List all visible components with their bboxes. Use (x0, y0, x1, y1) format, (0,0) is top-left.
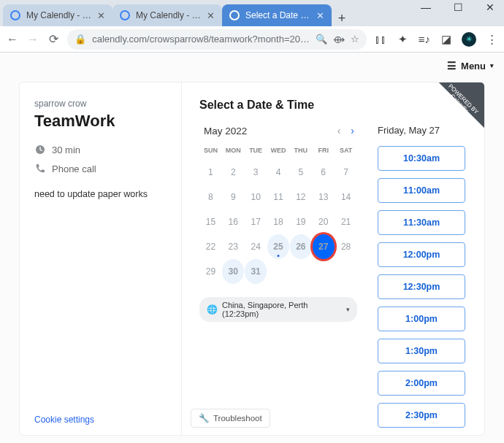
calendar-day: 1 (199, 160, 222, 185)
time-slot[interactable]: 1:00pm (378, 307, 465, 331)
extension-area: ⫿⫿ ✦ ≡♪ ◪ ✳ ⋮ (374, 32, 498, 47)
menu-label: Menu (461, 61, 486, 72)
close-tab-icon[interactable]: ✕ (97, 10, 105, 21)
calendar-day: 11 (267, 185, 290, 209)
dow-cell: MON (222, 144, 245, 160)
calendar-day: 19 (289, 209, 312, 234)
profile-avatar[interactable]: ✳ (462, 32, 476, 47)
address-bar[interactable]: 🔒 calendly.com/crowsparrow8/teamwork?mon… (67, 29, 367, 50)
time-slot[interactable]: 10:30am (378, 146, 465, 171)
kebab-menu-icon[interactable]: ⋮ (485, 33, 498, 46)
url-text: calendly.com/crowsparrow8/teamwork?month… (92, 34, 310, 45)
troubleshoot-button[interactable]: 🔧 Troubleshoot (191, 409, 270, 428)
clock-icon (34, 144, 46, 155)
zoom-icon[interactable]: 🔍 (316, 34, 327, 45)
event-title: TeamWork (34, 112, 167, 131)
duration-text: 30 min (52, 145, 80, 155)
calendar-day[interactable]: 31 (245, 259, 267, 284)
dow-cell: THU (289, 144, 312, 160)
minimize-button[interactable]: — (416, 1, 435, 13)
dow-cell: SUN (199, 144, 222, 160)
menu-button[interactable]: ☰ Menu ▾ (447, 60, 494, 72)
extensions-puzzle-icon[interactable]: ✦ (396, 33, 409, 46)
tab-title: My Calendly - Even (136, 10, 201, 20)
tab-title: Select a Date & Ti (245, 10, 310, 20)
calendar-day (267, 259, 290, 284)
duration-row: 30 min (34, 144, 167, 155)
calendar-day: 14 (335, 185, 357, 209)
time-slot[interactable]: 12:00pm (378, 242, 465, 267)
calendar-and-slots: May 2022 ‹ › SUNMONTUEWEDTHUFRISAT 12345… (199, 125, 470, 428)
calendar-day: 12 (289, 185, 312, 209)
calendar-day: 3 (245, 160, 267, 185)
caret-down-icon: ▾ (346, 306, 350, 313)
calendar-day: 7 (335, 160, 357, 185)
time-slot[interactable]: 11:00am (378, 178, 465, 203)
back-button[interactable]: ← (6, 33, 19, 46)
timezone-text: China, Singapore, Perth (12:23pm) (222, 301, 342, 318)
next-month-button[interactable]: › (351, 125, 354, 136)
time-slot[interactable]: 11:30am (378, 210, 465, 235)
extension-icon[interactable]: ⫿⫿ (374, 33, 387, 46)
calendar-day[interactable]: 26 (289, 234, 312, 259)
reading-list-icon[interactable]: ≡♪ (418, 33, 431, 46)
close-tab-icon[interactable]: ✕ (316, 10, 324, 21)
event-description: need to update paper works (34, 189, 167, 199)
troubleshoot-label: Troubleshoot (213, 414, 262, 423)
calendar-week: 15161718192021 (199, 209, 357, 234)
new-tab-button[interactable]: + (332, 11, 352, 26)
time-slot[interactable]: 2:00pm (378, 371, 465, 396)
forward-button[interactable]: → (26, 33, 39, 46)
tab-title: My Calendly - Edit (26, 10, 91, 20)
lock-icon: 🔒 (75, 34, 86, 45)
calendar: May 2022 ‹ › SUNMONTUEWEDTHUFRISAT 12345… (199, 125, 357, 428)
close-tab-icon[interactable]: ✕ (207, 10, 215, 21)
calendar-day: 21 (335, 209, 357, 234)
timezone-picker[interactable]: 🌐 China, Singapore, Perth (12:23pm) ▾ (199, 297, 357, 322)
maximize-button[interactable]: ☐ (448, 1, 467, 13)
time-slot[interactable]: 2:30pm (378, 403, 465, 428)
calendar-day[interactable]: 27 (312, 234, 335, 259)
calendar-day: 20 (312, 209, 335, 234)
calendar-day (289, 259, 312, 284)
dow-cell: SAT (335, 144, 357, 160)
calendar-day: 10 (245, 185, 267, 209)
calendar-week: 891011121314 (199, 185, 357, 209)
time-slot[interactable]: 12:30pm (378, 274, 465, 299)
globe-icon: 🌐 (207, 304, 218, 315)
calendar-day[interactable]: 25 (267, 234, 290, 259)
time-slots-list[interactable]: 10:30am11:00am11:30am12:00pm12:30pm1:00p… (378, 146, 470, 428)
location-row: Phone call (34, 163, 167, 174)
event-details-panel: sparrow crow TeamWork 30 min Phone call … (20, 82, 182, 435)
calendly-favicon-icon (229, 10, 240, 20)
calendar-day: 13 (312, 185, 335, 209)
calendar-day[interactable]: 30 (222, 259, 245, 284)
time-slots-column: Friday, May 27 10:30am11:00am11:30am12:0… (378, 125, 470, 428)
calendar-day: 16 (222, 209, 245, 234)
calendly-favicon-icon (10, 10, 20, 20)
bookmark-star-icon[interactable]: ☆ (351, 34, 359, 45)
calendar-week: 1234567 (199, 160, 357, 185)
close-window-button[interactable]: ✕ (481, 1, 500, 13)
booking-card: POWERED BY Calendly sparrow crow TeamWor… (19, 82, 485, 436)
scheduler-panel: Select a Date & Time May 2022 ‹ › SUNMON… (182, 82, 484, 435)
calendar-day (312, 259, 335, 284)
browser-tab-3-active[interactable]: Select a Date & Ti ✕ (222, 4, 332, 26)
time-slot[interactable]: 1:30pm (378, 339, 465, 363)
calendar-day: 29 (199, 259, 222, 284)
calendar-day: 9 (222, 185, 245, 209)
extension-square-icon[interactable]: ◪ (440, 33, 453, 46)
browser-tab-2[interactable]: My Calendly - Even ✕ (112, 4, 222, 26)
phone-icon (34, 163, 46, 174)
page-content: ☰ Menu ▾ POWERED BY Calendly sparrow cro… (0, 53, 504, 443)
reload-button[interactable]: ⟳ (47, 32, 60, 46)
cookie-settings-link[interactable]: Cookie settings (34, 415, 94, 425)
translate-icon[interactable]: ⟴ (333, 34, 345, 45)
selected-date-label: Friday, May 27 (378, 125, 470, 136)
calendar-day (335, 259, 357, 284)
prev-month-button[interactable]: ‹ (337, 125, 341, 136)
calendar-day: 17 (245, 209, 267, 234)
calendar-week: 22232425262728 (199, 234, 357, 259)
dow-cell: TUE (245, 144, 267, 160)
browser-tab-1[interactable]: My Calendly - Edit ✕ (3, 4, 112, 26)
